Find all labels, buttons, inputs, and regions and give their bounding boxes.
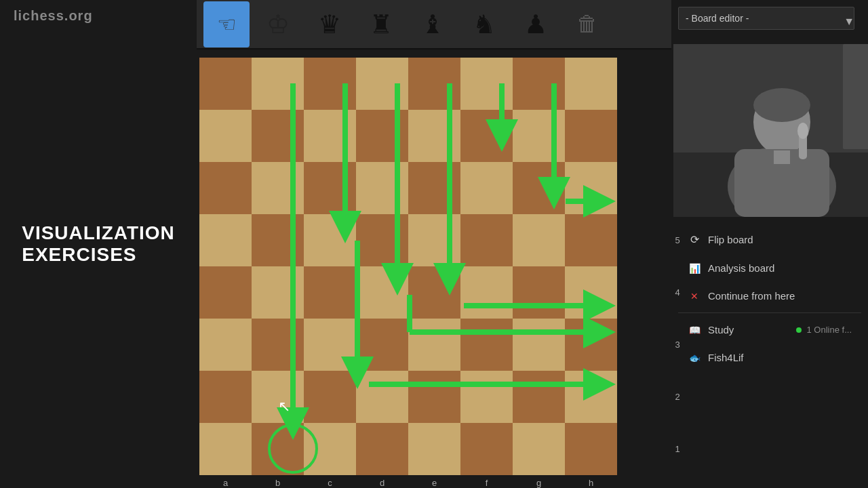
- square-g6[interactable]: [513, 162, 565, 214]
- square-g4[interactable]: [513, 266, 565, 319]
- square-d4[interactable]: [356, 266, 408, 319]
- site-logo: lichess.org: [14, 8, 93, 24]
- analysis-board-item[interactable]: 📊 Analysis board: [678, 254, 861, 282]
- right-panel: - Board editor - ▼: [671, 0, 868, 488]
- square-d8[interactable]: [356, 58, 408, 110]
- square-a1[interactable]: [199, 423, 252, 475]
- square-a4[interactable]: [199, 266, 252, 319]
- square-e1[interactable]: [408, 423, 460, 475]
- file-label-h: h: [565, 478, 617, 488]
- square-e7[interactable]: [408, 110, 460, 162]
- square-e4[interactable]: [408, 266, 460, 319]
- square-c3[interactable]: [304, 319, 356, 371]
- square-f3[interactable]: [460, 319, 513, 371]
- square-c5[interactable]: [304, 214, 356, 266]
- square-f4[interactable]: [460, 266, 513, 319]
- square-b5[interactable]: [252, 214, 304, 266]
- square-e6[interactable]: [408, 162, 460, 214]
- board-editor-select[interactable]: - Board editor -: [678, 7, 854, 30]
- square-h2[interactable]: [565, 371, 617, 423]
- square-c2[interactable]: [304, 371, 356, 423]
- square-d5[interactable]: [356, 214, 408, 266]
- square-a8[interactable]: [199, 58, 252, 110]
- square-h3[interactable]: [565, 319, 617, 371]
- square-g8[interactable]: [513, 58, 565, 110]
- king-tool-button[interactable]: ♔: [255, 1, 301, 47]
- square-d6[interactable]: [356, 162, 408, 214]
- panel-divider: [678, 312, 861, 313]
- bishop-tool-button[interactable]: ♝: [410, 1, 456, 47]
- file-label-d: d: [356, 478, 408, 488]
- square-b7[interactable]: [252, 110, 304, 162]
- square-g5[interactable]: [513, 214, 565, 266]
- study-item[interactable]: 📖 Study 1 Online f...: [678, 316, 861, 344]
- square-f5[interactable]: [460, 214, 513, 266]
- square-c4[interactable]: [304, 266, 356, 319]
- square-a7[interactable]: [199, 110, 252, 162]
- rook-tool-button[interactable]: ♜: [358, 1, 404, 47]
- square-c1[interactable]: [304, 423, 356, 475]
- square-b4[interactable]: [252, 266, 304, 319]
- square-g7[interactable]: [513, 110, 565, 162]
- board-row: ↖ 8 7 6 5 4 3 2 1: [199, 58, 671, 475]
- left-sidebar: lichess.org VISUALIZATION EXERCISES: [0, 0, 197, 488]
- file-labels: a b c d e f g h: [199, 478, 617, 488]
- fish-item[interactable]: 🐟 Fish4Lif: [678, 344, 861, 371]
- square-b3[interactable]: [252, 319, 304, 371]
- square-g2[interactable]: [513, 371, 565, 423]
- square-e8[interactable]: [408, 58, 460, 110]
- rank-label-3: 3: [671, 319, 684, 371]
- square-b8[interactable]: [252, 58, 304, 110]
- online-dot: [796, 327, 802, 333]
- flip-board-item[interactable]: ⟳ Flip board: [678, 225, 861, 254]
- square-f1[interactable]: [460, 423, 513, 475]
- square-b1[interactable]: [252, 423, 304, 475]
- square-h7[interactable]: [565, 110, 617, 162]
- square-e5[interactable]: [408, 214, 460, 266]
- rank-label-1: 1: [671, 423, 684, 475]
- pawn-tool-button[interactable]: ♟: [513, 1, 559, 47]
- webcam-person: [673, 44, 869, 217]
- online-count: 1 Online f...: [796, 325, 852, 335]
- square-a5[interactable]: [199, 214, 252, 266]
- square-d1[interactable]: [356, 423, 408, 475]
- square-h4[interactable]: [565, 266, 617, 319]
- rank-label-5: 5: [671, 214, 684, 266]
- square-c6[interactable]: [304, 162, 356, 214]
- square-h6[interactable]: [565, 162, 617, 214]
- continue-from-here-item[interactable]: ✕ Continue from here: [678, 282, 861, 310]
- square-g1[interactable]: [513, 423, 565, 475]
- flip-board-label: Flip board: [708, 234, 753, 245]
- square-f7[interactable]: [460, 110, 513, 162]
- analysis-board-label: Analysis board: [708, 262, 774, 274]
- square-h5[interactable]: [565, 214, 617, 266]
- square-a3[interactable]: [199, 319, 252, 371]
- square-a6[interactable]: [199, 162, 252, 214]
- study-icon: 📖: [688, 325, 701, 336]
- square-c8[interactable]: [304, 58, 356, 110]
- square-a2[interactable]: [199, 371, 252, 423]
- branding: VISUALIZATION EXERCISES: [22, 222, 175, 266]
- trash-tool-button[interactable]: 🗑: [564, 1, 610, 47]
- knight-tool-button[interactable]: ♞: [461, 1, 507, 47]
- square-h1[interactable]: [565, 423, 617, 475]
- square-h8[interactable]: [565, 58, 617, 110]
- chess-board[interactable]: ↖: [199, 58, 617, 475]
- square-f2[interactable]: [460, 371, 513, 423]
- square-d2[interactable]: [356, 371, 408, 423]
- square-f8[interactable]: [460, 58, 513, 110]
- cursor-tool-button[interactable]: ☜: [203, 1, 250, 47]
- square-g3[interactable]: [513, 319, 565, 371]
- square-f6[interactable]: [460, 162, 513, 214]
- study-label: Study: [708, 324, 734, 336]
- svg-point-22: [753, 88, 810, 122]
- analysis-board-icon: 📊: [688, 263, 701, 274]
- queen-tool-button[interactable]: ♛: [307, 1, 353, 47]
- square-d7[interactable]: [356, 110, 408, 162]
- square-b6[interactable]: [252, 162, 304, 214]
- square-c7[interactable]: [304, 110, 356, 162]
- square-b2[interactable]: [252, 371, 304, 423]
- square-e2[interactable]: [408, 371, 460, 423]
- square-d3[interactable]: [356, 319, 408, 371]
- square-e3[interactable]: [408, 319, 460, 371]
